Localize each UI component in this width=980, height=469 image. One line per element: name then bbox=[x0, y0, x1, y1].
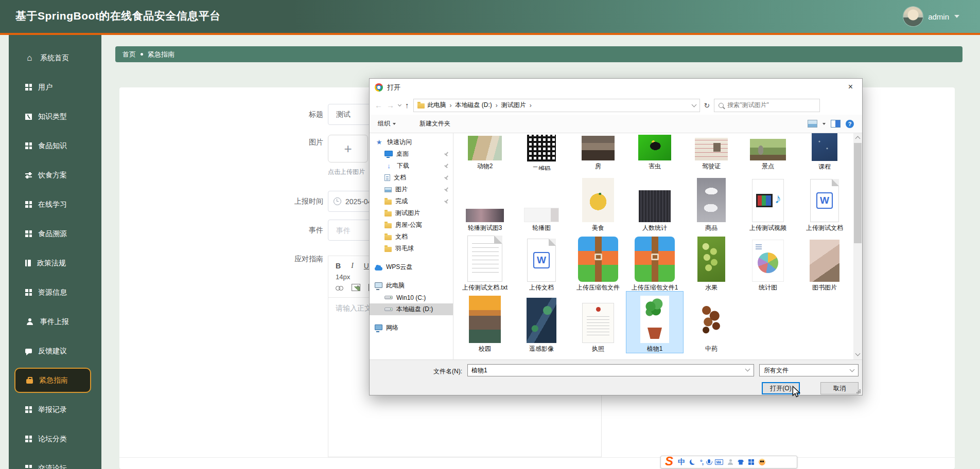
ime-keyboard-icon[interactable] bbox=[715, 459, 723, 465]
preview-pane-icon[interactable] bbox=[831, 120, 841, 128]
search-input[interactable]: 搜索"测试图片" bbox=[714, 99, 820, 112]
help-icon[interactable]: ? bbox=[846, 120, 854, 128]
file-item[interactable]: 商品 bbox=[683, 170, 740, 232]
file-item[interactable]: 植物1 bbox=[626, 292, 683, 353]
file-item[interactable]: 驾驶证 bbox=[683, 133, 740, 170]
sidebar-item[interactable]: 政策法规 bbox=[9, 248, 101, 278]
file-item[interactable]: 执照 bbox=[570, 292, 626, 353]
avatar[interactable] bbox=[903, 7, 923, 26]
file-item[interactable]: 上传测试文档 bbox=[796, 170, 853, 232]
path-box[interactable]: 此电脑 本地磁盘 (D:) 测试图片 bbox=[413, 99, 700, 112]
filename-input[interactable] bbox=[467, 364, 754, 376]
close-icon[interactable]: × bbox=[839, 79, 862, 95]
sidebar-item[interactable]: 资源信息 bbox=[9, 278, 101, 307]
sidebar-item[interactable]: 知识类型 bbox=[9, 102, 101, 131]
file-item[interactable]: 动物2 bbox=[457, 133, 513, 170]
file-item[interactable]: 上传文档 bbox=[513, 232, 570, 292]
sidebar-item[interactable]: 系统首页 bbox=[9, 43, 101, 73]
italic-button[interactable]: I bbox=[351, 262, 354, 270]
dialog-nav-item[interactable]: 图片 bbox=[370, 184, 453, 195]
sidebar-item[interactable]: 紧急指南 bbox=[14, 368, 91, 393]
path-segment[interactable]: 本地磁盘 (D:) bbox=[456, 101, 501, 110]
sidebar-item[interactable]: 饮食方案 bbox=[9, 160, 101, 190]
font-size-select[interactable]: 14px bbox=[336, 273, 350, 281]
sidebar-item[interactable]: 食品溯源 bbox=[9, 219, 101, 248]
file-item[interactable]: 害虫 bbox=[626, 133, 683, 170]
ime-toolbox-icon[interactable] bbox=[748, 459, 754, 465]
open-button[interactable]: 打开(O) bbox=[762, 382, 800, 394]
breadcrumb-home[interactable]: 首页 bbox=[122, 50, 136, 59]
file-item[interactable]: 水果 bbox=[683, 232, 740, 292]
up-icon[interactable]: ↑ bbox=[405, 101, 409, 109]
view-dropdown-icon[interactable] bbox=[822, 123, 826, 127]
sidebar-item[interactable]: 用户 bbox=[9, 73, 101, 102]
sogou-logo-icon[interactable]: S bbox=[665, 455, 673, 467]
dialog-nav-item[interactable]: 房屋-公寓 bbox=[370, 219, 453, 231]
sidebar-item[interactable]: 交流论坛 bbox=[9, 454, 101, 469]
ime-microphone-icon[interactable] bbox=[708, 459, 710, 463]
image-upload-button[interactable]: + bbox=[328, 135, 368, 163]
ime-account-icon[interactable] bbox=[728, 459, 733, 465]
resize-grip[interactable] bbox=[856, 389, 861, 393]
file-item[interactable]: 图书图片 bbox=[796, 232, 853, 292]
file-item[interactable]: 轮播测试图3 bbox=[457, 170, 513, 232]
bold-button[interactable]: B bbox=[336, 262, 341, 270]
dialog-nav-item[interactable]: 本地磁盘 (D:) bbox=[370, 303, 453, 315]
path-segment[interactable]: 此电脑 bbox=[428, 101, 456, 110]
file-item[interactable]: 轮播图 bbox=[513, 170, 570, 232]
dialog-nav-item[interactable]: 下载 bbox=[370, 160, 453, 172]
dialog-nav-item[interactable]: 测试图片 bbox=[370, 207, 453, 219]
ime-skin-icon[interactable] bbox=[738, 460, 744, 465]
ime-mode-chinese[interactable]: 中 bbox=[678, 458, 685, 467]
file-item[interactable]: 房 bbox=[570, 133, 626, 170]
dialog-nav-item[interactable]: 桌面 bbox=[370, 148, 453, 160]
file-item[interactable]: 上传压缩包文件1 bbox=[626, 232, 683, 292]
file-item[interactable]: 课程 bbox=[796, 133, 853, 170]
file-item[interactable]: 遥感影像 bbox=[513, 292, 570, 353]
dialog-nav-item[interactable]: WPS云盘 bbox=[370, 261, 453, 273]
new-folder-button[interactable]: 新建文件夹 bbox=[419, 119, 450, 128]
organize-button[interactable]: 组织 bbox=[378, 119, 396, 128]
user-menu[interactable]: admin bbox=[903, 0, 959, 33]
dialog-nav-item[interactable]: 此电脑 bbox=[370, 280, 453, 292]
refresh-icon[interactable]: ↻ bbox=[704, 101, 710, 110]
dialog-nav-item[interactable]: 文档 bbox=[370, 172, 453, 184]
image-icon[interactable] bbox=[352, 284, 360, 291]
file-item[interactable]: 人数统计 bbox=[626, 170, 683, 232]
dialog-nav-item[interactable]: 网络 bbox=[370, 322, 453, 334]
ime-fullhalf-moon-icon[interactable] bbox=[690, 459, 695, 465]
back-icon[interactable]: ← bbox=[375, 101, 382, 109]
link-icon[interactable] bbox=[336, 285, 343, 290]
underline-button[interactable]: U bbox=[364, 262, 369, 270]
scroll-up-icon[interactable] bbox=[853, 133, 862, 142]
history-chevron-icon[interactable] bbox=[398, 102, 401, 106]
cancel-button[interactable]: 取消 bbox=[820, 382, 859, 394]
scroll-thumb[interactable] bbox=[854, 143, 862, 243]
dialog-nav-item[interactable]: 羽毛球 bbox=[370, 243, 453, 255]
file-item[interactable]: 上传测试文档.txt bbox=[457, 232, 513, 292]
dialog-nav-item[interactable]: 文档 bbox=[370, 231, 453, 243]
path-dropdown-icon[interactable] bbox=[691, 102, 696, 107]
dialog-nav-item[interactable]: Win10 (C:) bbox=[370, 292, 453, 303]
sidebar-item[interactable]: 在线学习 bbox=[9, 190, 101, 219]
dialog-nav-item[interactable]: 完成 bbox=[370, 195, 453, 207]
dialog-nav-item[interactable]: 快速访问 bbox=[370, 136, 453, 148]
sidebar-item[interactable]: 反馈建议 bbox=[9, 336, 101, 366]
file-item[interactable]: 美食 bbox=[570, 170, 626, 232]
filetype-select[interactable]: 所有文件 bbox=[759, 364, 859, 376]
file-item[interactable]: 上传压缩包文件 bbox=[570, 232, 626, 292]
file-item[interactable]: 景点 bbox=[740, 133, 796, 170]
scroll-down-icon[interactable] bbox=[853, 351, 862, 359]
forward-icon[interactable]: → bbox=[387, 101, 394, 109]
path-segment[interactable]: 测试图片 bbox=[501, 101, 535, 110]
file-item[interactable]: 中药 bbox=[683, 292, 740, 353]
sidebar-item[interactable]: 食品知识 bbox=[9, 131, 101, 160]
ime-punctuation-icon[interactable]: °, bbox=[700, 459, 703, 466]
file-item[interactable]: 校园 bbox=[457, 292, 513, 353]
ime-emoji-icon[interactable] bbox=[759, 459, 765, 465]
scrollbar[interactable] bbox=[853, 133, 862, 359]
file-item[interactable]: 二维码 bbox=[513, 133, 570, 170]
sidebar-item[interactable]: 事件上报 bbox=[9, 307, 101, 336]
sidebar-item[interactable]: 举报记录 bbox=[9, 395, 101, 424]
view-toggle-icon[interactable] bbox=[808, 120, 817, 128]
